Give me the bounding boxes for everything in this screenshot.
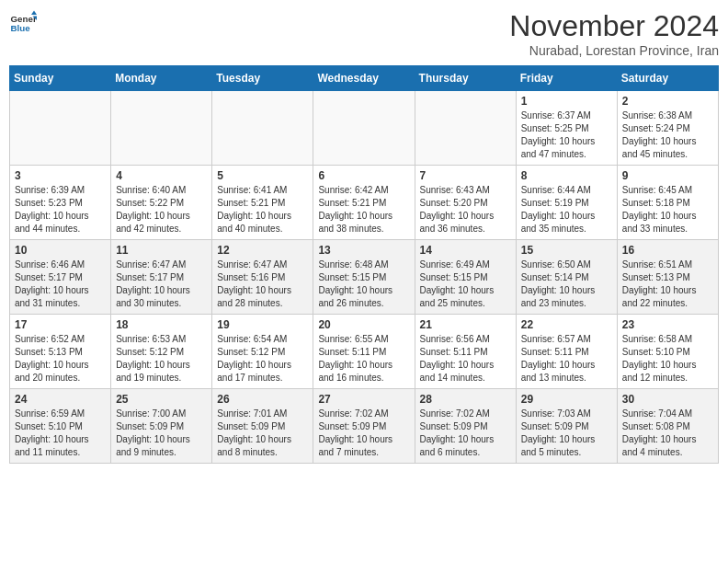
weekday-header-friday: Friday xyxy=(516,66,617,91)
weekday-header-monday: Monday xyxy=(111,66,212,91)
day-info: Sunrise: 6:38 AM Sunset: 5:24 PM Dayligh… xyxy=(622,109,713,161)
day-number: 14 xyxy=(420,244,511,257)
calendar-cell: 5Sunrise: 6:41 AM Sunset: 5:21 PM Daylig… xyxy=(212,166,313,240)
day-number: 15 xyxy=(521,244,612,257)
day-number: 25 xyxy=(116,393,207,406)
day-number: 6 xyxy=(318,169,409,182)
calendar-cell: 8Sunrise: 6:44 AM Sunset: 5:19 PM Daylig… xyxy=(516,166,617,240)
day-number: 20 xyxy=(318,318,409,331)
calendar-cell: 4Sunrise: 6:40 AM Sunset: 5:22 PM Daylig… xyxy=(111,166,212,240)
calendar-cell: 1Sunrise: 6:37 AM Sunset: 5:25 PM Daylig… xyxy=(516,91,617,166)
day-number: 3 xyxy=(15,169,106,182)
day-info: Sunrise: 6:49 AM Sunset: 5:15 PM Dayligh… xyxy=(420,259,511,310)
calendar-cell: 6Sunrise: 6:42 AM Sunset: 5:21 PM Daylig… xyxy=(313,166,415,240)
calendar-cell: 30Sunrise: 7:04 AM Sunset: 5:08 PM Dayli… xyxy=(617,389,718,464)
calendar-cell: 24Sunrise: 6:59 AM Sunset: 5:10 PM Dayli… xyxy=(10,389,111,464)
day-info: Sunrise: 6:47 AM Sunset: 5:16 PM Dayligh… xyxy=(217,259,308,310)
day-info: Sunrise: 6:57 AM Sunset: 5:11 PM Dayligh… xyxy=(521,333,612,385)
calendar-cell: 27Sunrise: 7:02 AM Sunset: 5:09 PM Dayli… xyxy=(313,389,415,464)
month-title: November 2024 xyxy=(509,9,719,43)
calendar-week-4: 17Sunrise: 6:52 AM Sunset: 5:13 PM Dayli… xyxy=(10,315,719,389)
day-info: Sunrise: 7:03 AM Sunset: 5:09 PM Dayligh… xyxy=(521,408,612,459)
day-number: 4 xyxy=(116,169,207,182)
day-info: Sunrise: 6:47 AM Sunset: 5:17 PM Dayligh… xyxy=(116,259,207,310)
day-info: Sunrise: 6:40 AM Sunset: 5:22 PM Dayligh… xyxy=(116,184,207,236)
calendar-cell: 16Sunrise: 6:51 AM Sunset: 5:13 PM Dayli… xyxy=(617,240,718,315)
day-info: Sunrise: 6:44 AM Sunset: 5:19 PM Dayligh… xyxy=(521,184,612,236)
day-number: 26 xyxy=(217,393,308,406)
calendar-cell: 15Sunrise: 6:50 AM Sunset: 5:14 PM Dayli… xyxy=(516,240,617,315)
day-info: Sunrise: 6:48 AM Sunset: 5:15 PM Dayligh… xyxy=(318,259,409,310)
calendar-cell: 28Sunrise: 7:02 AM Sunset: 5:09 PM Dayli… xyxy=(415,389,516,464)
logo: General Blue xyxy=(9,9,37,37)
day-info: Sunrise: 6:45 AM Sunset: 5:18 PM Dayligh… xyxy=(622,184,713,236)
day-info: Sunrise: 6:50 AM Sunset: 5:14 PM Dayligh… xyxy=(521,259,612,310)
day-info: Sunrise: 6:58 AM Sunset: 5:10 PM Dayligh… xyxy=(622,333,713,385)
day-number: 27 xyxy=(318,393,409,406)
day-number: 10 xyxy=(15,244,106,257)
day-info: Sunrise: 6:41 AM Sunset: 5:21 PM Dayligh… xyxy=(217,184,308,236)
calendar-week-2: 3Sunrise: 6:39 AM Sunset: 5:23 PM Daylig… xyxy=(10,166,719,240)
calendar-cell: 26Sunrise: 7:01 AM Sunset: 5:09 PM Dayli… xyxy=(212,389,313,464)
day-info: Sunrise: 6:42 AM Sunset: 5:21 PM Dayligh… xyxy=(318,184,409,236)
day-number: 22 xyxy=(521,318,612,331)
title-block: November 2024 Nurabad, Lorestan Province… xyxy=(509,9,719,58)
day-number: 1 xyxy=(521,95,612,108)
day-number: 11 xyxy=(116,244,207,257)
calendar-cell: 18Sunrise: 6:53 AM Sunset: 5:12 PM Dayli… xyxy=(111,315,212,389)
svg-text:General: General xyxy=(11,14,38,24)
calendar-cell xyxy=(111,91,212,166)
weekday-header-row: SundayMondayTuesdayWednesdayThursdayFrid… xyxy=(10,66,719,91)
day-info: Sunrise: 6:51 AM Sunset: 5:13 PM Dayligh… xyxy=(622,259,713,310)
day-info: Sunrise: 6:53 AM Sunset: 5:12 PM Dayligh… xyxy=(116,333,207,385)
day-number: 21 xyxy=(420,318,511,331)
day-info: Sunrise: 6:43 AM Sunset: 5:20 PM Dayligh… xyxy=(420,184,511,236)
day-number: 18 xyxy=(116,318,207,331)
day-number: 17 xyxy=(15,318,106,331)
day-info: Sunrise: 7:02 AM Sunset: 5:09 PM Dayligh… xyxy=(420,408,511,459)
calendar-cell: 20Sunrise: 6:55 AM Sunset: 5:11 PM Dayli… xyxy=(313,315,415,389)
logo-icon: General Blue xyxy=(9,9,37,37)
day-info: Sunrise: 6:52 AM Sunset: 5:13 PM Dayligh… xyxy=(15,333,106,385)
day-number: 13 xyxy=(318,244,409,257)
weekday-header-thursday: Thursday xyxy=(415,66,516,91)
calendar-cell: 14Sunrise: 6:49 AM Sunset: 5:15 PM Dayli… xyxy=(415,240,516,315)
calendar-cell: 23Sunrise: 6:58 AM Sunset: 5:10 PM Dayli… xyxy=(617,315,718,389)
page-header: General Blue November 2024 Nurabad, Lore… xyxy=(9,9,719,58)
day-info: Sunrise: 6:46 AM Sunset: 5:17 PM Dayligh… xyxy=(15,259,106,310)
day-info: Sunrise: 6:37 AM Sunset: 5:25 PM Dayligh… xyxy=(521,109,612,161)
weekday-header-sunday: Sunday xyxy=(10,66,111,91)
day-info: Sunrise: 6:39 AM Sunset: 5:23 PM Dayligh… xyxy=(15,184,106,236)
day-info: Sunrise: 7:00 AM Sunset: 5:09 PM Dayligh… xyxy=(116,408,207,459)
weekday-header-tuesday: Tuesday xyxy=(212,66,313,91)
calendar-cell: 9Sunrise: 6:45 AM Sunset: 5:18 PM Daylig… xyxy=(617,166,718,240)
day-info: Sunrise: 7:02 AM Sunset: 5:09 PM Dayligh… xyxy=(318,408,409,459)
calendar-cell: 29Sunrise: 7:03 AM Sunset: 5:09 PM Dayli… xyxy=(516,389,617,464)
calendar-table: SundayMondayTuesdayWednesdayThursdayFrid… xyxy=(9,65,719,464)
svg-marker-2 xyxy=(31,11,37,16)
calendar-cell: 21Sunrise: 6:56 AM Sunset: 5:11 PM Dayli… xyxy=(415,315,516,389)
calendar-week-3: 10Sunrise: 6:46 AM Sunset: 5:17 PM Dayli… xyxy=(10,240,719,315)
day-info: Sunrise: 6:59 AM Sunset: 5:10 PM Dayligh… xyxy=(15,408,106,459)
calendar-cell: 13Sunrise: 6:48 AM Sunset: 5:15 PM Dayli… xyxy=(313,240,415,315)
day-number: 16 xyxy=(622,244,713,257)
weekday-header-saturday: Saturday xyxy=(617,66,718,91)
calendar-cell xyxy=(10,91,111,166)
calendar-cell: 11Sunrise: 6:47 AM Sunset: 5:17 PM Dayli… xyxy=(111,240,212,315)
day-number: 7 xyxy=(420,169,511,182)
weekday-header-wednesday: Wednesday xyxy=(313,66,415,91)
calendar-cell: 19Sunrise: 6:54 AM Sunset: 5:12 PM Dayli… xyxy=(212,315,313,389)
calendar-cell xyxy=(415,91,516,166)
day-info: Sunrise: 7:01 AM Sunset: 5:09 PM Dayligh… xyxy=(217,408,308,459)
calendar-cell: 3Sunrise: 6:39 AM Sunset: 5:23 PM Daylig… xyxy=(10,166,111,240)
day-number: 30 xyxy=(622,393,713,406)
day-number: 23 xyxy=(622,318,713,331)
day-number: 29 xyxy=(521,393,612,406)
day-number: 24 xyxy=(15,393,106,406)
calendar-week-5: 24Sunrise: 6:59 AM Sunset: 5:10 PM Dayli… xyxy=(10,389,719,464)
calendar-cell: 12Sunrise: 6:47 AM Sunset: 5:16 PM Dayli… xyxy=(212,240,313,315)
calendar-cell xyxy=(212,91,313,166)
day-number: 2 xyxy=(622,95,713,108)
calendar-week-1: 1Sunrise: 6:37 AM Sunset: 5:25 PM Daylig… xyxy=(10,91,719,166)
day-number: 28 xyxy=(420,393,511,406)
